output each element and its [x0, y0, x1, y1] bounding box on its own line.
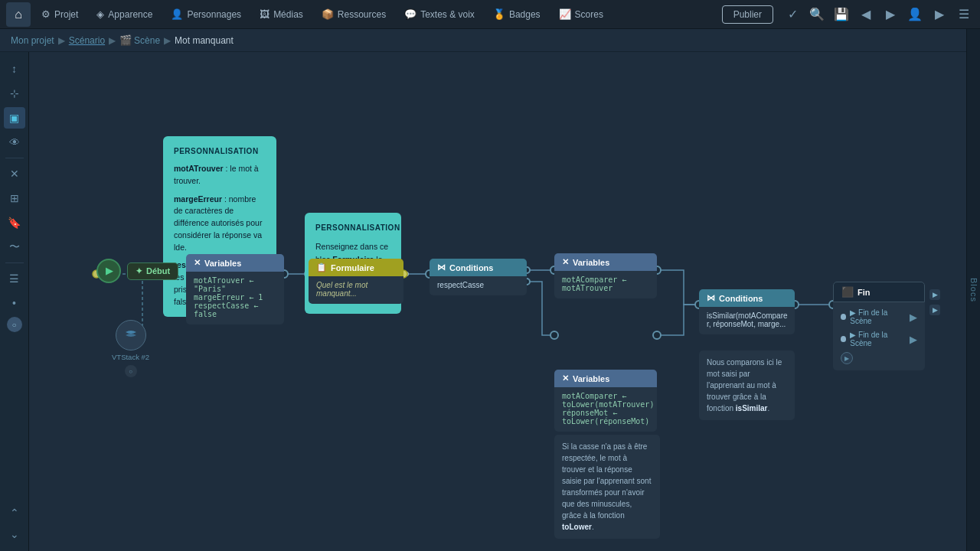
- play-icon[interactable]: ▶: [929, 7, 949, 21]
- fin-node[interactable]: ⬛ Fin ▶ Fin de la Scène ▶ ▶ Fin de la Sc…: [833, 282, 925, 370]
- fin-sub-icon[interactable]: ▶: [841, 352, 853, 364]
- scores-icon: 📈: [559, 8, 571, 20]
- fin-extra: ▶: [841, 352, 917, 364]
- variables-3-body: motAComparer ← toLower(motATrouver) répo…: [554, 387, 657, 432]
- undo-icon[interactable]: ◀: [856, 7, 876, 21]
- fin-icon: ⬛: [841, 286, 854, 298]
- projet-icon: ⚙: [41, 8, 51, 20]
- user-icon[interactable]: 👤: [905, 7, 925, 21]
- debut-node[interactable]: ▶: [96, 259, 121, 283]
- nav-apparence[interactable]: ◈ Apparence: [89, 5, 160, 23]
- breadcrumb-project[interactable]: Mon projet: [11, 35, 54, 46]
- formulaire-body: Quel est le mot manquant...: [309, 276, 403, 304]
- variables-3-node[interactable]: ✕ Variables motAComparer ← toLower(motAT…: [554, 370, 657, 432]
- formulaire-text: Quel est le mot manquant...: [316, 281, 396, 298]
- nav-badges[interactable]: 🏅 Badges: [485, 5, 548, 23]
- var2-line1: motAComparer ←: [562, 276, 649, 284]
- fin-output-2: ▶ Fin de la Scène ▶: [841, 329, 917, 349]
- divider-2: [5, 262, 24, 263]
- formulaire-icon: 📋: [316, 262, 327, 272]
- formulaire-node[interactable]: 📋 Formulaire Quel est le mot manquant...: [309, 259, 403, 304]
- check-icon[interactable]: ✓: [782, 7, 802, 21]
- nav-projet[interactable]: ⚙ Projet: [34, 5, 86, 23]
- variables-1-icon: ✕: [194, 258, 201, 268]
- var1-line2: margeErreur ← 1: [194, 293, 276, 302]
- vtstack-sub-dot[interactable]: ○: [125, 365, 137, 377]
- publish-button[interactable]: Publier: [722, 5, 773, 24]
- sidebar-chevron-down[interactable]: ⌄: [4, 523, 25, 545]
- conditions-2-body: isSimilar(motACompare r, réponseMot, mar…: [699, 307, 795, 334]
- scene-icon: 🎬: [119, 34, 132, 46]
- sidebar-node-tool[interactable]: ▣: [4, 107, 25, 129]
- sidebar-circle-tool[interactable]: ○: [7, 317, 22, 332]
- expand-top-btn[interactable]: ▶: [929, 289, 940, 300]
- personnages-icon: 👤: [171, 8, 183, 20]
- debut-group: ▶ ✦ Début: [96, 259, 178, 283]
- debut-label-node[interactable]: ✦ Début: [127, 262, 178, 280]
- fin-arrow-1[interactable]: ▶: [910, 311, 917, 323]
- variables-2-icon: ✕: [562, 257, 569, 267]
- fin-dot-2: [841, 336, 846, 342]
- breadcrumb-scenario[interactable]: Scénario: [69, 35, 105, 46]
- variables-2-body: motAComparer ← motATrouver: [554, 271, 657, 298]
- vtstack-icon[interactable]: [116, 320, 146, 350]
- divider-1: [5, 158, 24, 158]
- fin-expand-buttons: ▶ ▶: [929, 289, 940, 315]
- sidebar-bottom: ⌃ ⌄: [4, 502, 25, 545]
- info-box-1-title: PERSONNALISATION: [174, 145, 266, 157]
- variables-3-icon: ✕: [562, 373, 569, 383]
- search-icon[interactable]: 🔍: [807, 7, 827, 21]
- nav-right-actions: ✓ 🔍 💾 ◀ ▶ 👤 ▶ ☰: [782, 7, 974, 21]
- sidebar-dot-tool[interactable]: •: [4, 292, 25, 314]
- svg-point-18: [653, 331, 661, 339]
- canvas-area[interactable]: PERSONNALISATION motATrouver : le mot à …: [29, 52, 966, 551]
- vtstack-group: VTStack #2 ○: [112, 320, 149, 377]
- var1-line1: motATrouver ← "Paris": [194, 276, 276, 293]
- sidebar-wave-tool[interactable]: 〜: [4, 236, 25, 258]
- home-button[interactable]: ⌂: [6, 2, 31, 27]
- variables-1-header: ✕ Variables: [186, 254, 284, 272]
- breadcrumb-scene[interactable]: Scène: [134, 35, 160, 46]
- nav-ressources[interactable]: 📦 Ressources: [314, 5, 394, 23]
- variables-3-desc: Si la casse n'a pas à être respectée, le…: [554, 435, 660, 539]
- var3-line1: motAComparer ←: [562, 392, 649, 400]
- variables-1-node[interactable]: ✕ Variables motATrouver ← "Paris" margeE…: [186, 254, 284, 324]
- sidebar-mask-tool[interactable]: 👁: [4, 132, 25, 153]
- blocks-sidebar[interactable]: Blocs: [966, 29, 980, 551]
- conditions-2-node[interactable]: ⋈ Conditions isSimilar(motACompare r, ré…: [699, 289, 795, 334]
- conditions-1-header: ⋈ Conditions: [430, 259, 527, 276]
- fin-arrow-2[interactable]: ▶: [910, 334, 917, 345]
- nav-scores[interactable]: 📈 Scores: [551, 5, 611, 23]
- sidebar-cursor-tool[interactable]: ⊹: [4, 83, 25, 104]
- save-icon[interactable]: 💾: [831, 7, 851, 21]
- svg-point-17: [550, 331, 558, 339]
- sidebar-bookmark-tool[interactable]: 🔖: [4, 212, 25, 233]
- top-navigation: ⌂ ⚙ Projet ◈ Apparence 👤 Personnages 🖼 M…: [0, 0, 980, 29]
- svg-point-7: [404, 272, 409, 276]
- nav-personnages[interactable]: 👤 Personnages: [163, 5, 249, 23]
- fin-scene-1: ▶ Fin de la Scène: [850, 308, 906, 325]
- badges-icon: 🏅: [493, 8, 505, 20]
- variables-2-node[interactable]: ✕ Variables motAComparer ← motATrouver: [554, 253, 657, 298]
- conditions-1-node[interactable]: ⋈ Conditions respectCasse: [430, 259, 527, 295]
- var3-line2: toLower(motATrouver): [562, 400, 649, 409]
- sidebar-cross-tool[interactable]: ✕: [4, 163, 25, 184]
- conditions-2-header: ⋈ Conditions: [699, 289, 795, 307]
- formulaire-header: 📋 Formulaire: [309, 259, 403, 276]
- left-sidebar: ↕ ⊹ ▣ 👁 ✕ ⊞ 🔖 〜 ☰ • ○ ⌃ ⌄: [0, 52, 29, 551]
- breadcrumb: Mon projet ▶ Scénario ▶ 🎬 Scène ▶ Mot ma…: [0, 29, 980, 52]
- breadcrumb-current: Mot manquant: [175, 35, 234, 46]
- fin-scene-2: ▶ Fin de la Scène: [850, 331, 906, 347]
- sidebar-grid-tool[interactable]: ⊞: [4, 187, 25, 209]
- conditions-2-desc: Nous comparons ici le mot saisi par l'ap…: [699, 350, 795, 420]
- sidebar-list-tool[interactable]: ☰: [4, 268, 25, 289]
- nav-textes[interactable]: 💬 Textes & voix: [397, 5, 482, 23]
- nav-medias[interactable]: 🖼 Médias: [252, 5, 311, 23]
- variables-2-header: ✕ Variables: [554, 253, 657, 271]
- sidebar-chevron-up[interactable]: ⌃: [4, 502, 25, 523]
- menu-icon[interactable]: ☰: [954, 7, 974, 21]
- redo-icon[interactable]: ▶: [880, 7, 900, 21]
- fin-dot-1: [841, 314, 846, 320]
- sidebar-move-tool[interactable]: ↕: [4, 58, 25, 80]
- expand-bottom-btn[interactable]: ▶: [929, 305, 940, 315]
